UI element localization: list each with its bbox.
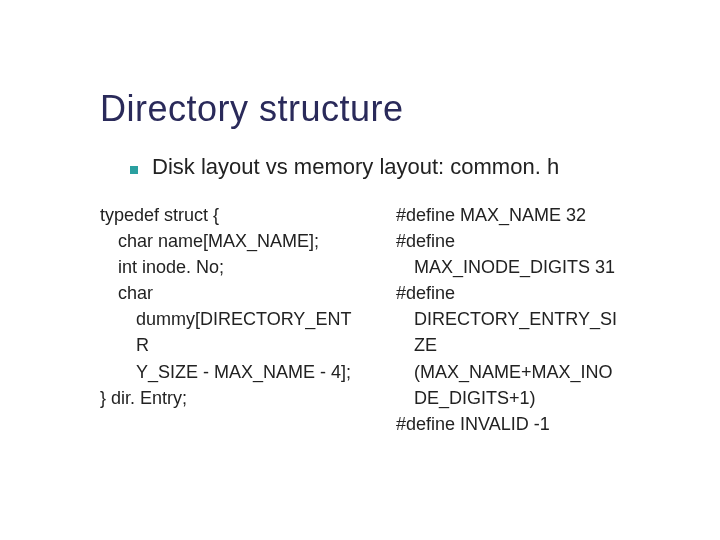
code-line: DE_DIGITS+1) bbox=[396, 385, 636, 411]
code-line: MAX_INODE_DIGITS 31 bbox=[396, 254, 636, 280]
slide-title: Directory structure bbox=[100, 88, 680, 130]
typedef-column: typedef struct { char name[MAX_NAME]; in… bbox=[100, 202, 360, 437]
code-line: (MAX_NAME+MAX_INO bbox=[396, 359, 636, 385]
code-line: char name[MAX_NAME]; bbox=[100, 228, 360, 254]
code-line: int inode. No; bbox=[100, 254, 360, 280]
code-line: } dir. Entry; bbox=[100, 385, 360, 411]
code-line: typedef struct { bbox=[100, 202, 360, 228]
code-line: #define bbox=[396, 280, 636, 306]
bullet-square-icon bbox=[130, 166, 138, 174]
code-line: Y_SIZE - MAX_NAME - 4]; bbox=[100, 359, 360, 385]
code-line: #define bbox=[396, 228, 636, 254]
code-line: #define MAX_NAME 32 bbox=[396, 202, 636, 228]
code-line: char bbox=[100, 280, 360, 306]
code-line: dummy[DIRECTORY_ENTR bbox=[100, 306, 360, 358]
code-line: ZE bbox=[396, 332, 636, 358]
subtitle-row: Disk layout vs memory layout: common. h bbox=[100, 154, 680, 180]
code-line: DIRECTORY_ENTRY_SI bbox=[396, 306, 636, 332]
subtitle-text: Disk layout vs memory layout: common. h bbox=[152, 154, 559, 180]
code-columns: typedef struct { char name[MAX_NAME]; in… bbox=[100, 202, 680, 437]
code-line: #define INVALID -1 bbox=[396, 411, 636, 437]
slide-content: Directory structure Disk layout vs memor… bbox=[0, 0, 720, 477]
defines-column: #define MAX_NAME 32 #define MAX_INODE_DI… bbox=[396, 202, 636, 437]
